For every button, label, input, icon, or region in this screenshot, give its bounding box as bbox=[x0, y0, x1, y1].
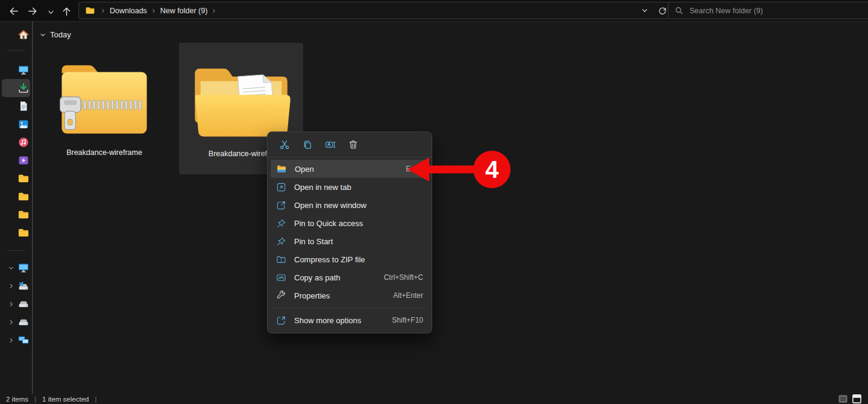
menu-item-open-new-window[interactable]: Open in new window bbox=[271, 196, 429, 214]
sidebar-item-music[interactable] bbox=[2, 133, 30, 151]
menu-item-label: Open in new tab bbox=[294, 183, 351, 192]
documents-icon bbox=[17, 100, 30, 112]
search-box bbox=[668, 2, 868, 19]
address-dropdown-chevron-icon[interactable] bbox=[640, 6, 649, 15]
sidebar-item-network[interactable] bbox=[2, 331, 30, 349]
tree-expand-chevron-icon[interactable] bbox=[7, 300, 14, 308]
menu-item-shortcut: Enter bbox=[406, 165, 423, 173]
rename-button[interactable] bbox=[321, 136, 340, 153]
sidebar-item-folder-1[interactable] bbox=[2, 169, 30, 188]
tree-collapse-chevron-icon[interactable] bbox=[7, 264, 14, 271]
folder-icon bbox=[17, 209, 30, 221]
address-bar[interactable]: DownloadsNew folder (9) bbox=[78, 2, 674, 19]
file-list-area: Today Breakdance-wireframeBreakdance-wir… bbox=[34, 22, 868, 394]
menu-item-label: Pin to Quick access bbox=[294, 219, 363, 228]
sidebar-item-folder-4[interactable] bbox=[2, 224, 30, 242]
large-icons-view-icon[interactable] bbox=[852, 394, 862, 404]
breadcrumb-folder-icon bbox=[85, 5, 95, 16]
more-options-icon bbox=[276, 315, 286, 326]
status-divider: | bbox=[95, 396, 96, 403]
folder-icon bbox=[17, 191, 30, 203]
context-menu-quick-actions bbox=[268, 132, 432, 157]
menu-item-show-more-options[interactable]: Show more optionsShift+F10 bbox=[271, 311, 429, 329]
sidebar-item-drive-3[interactable] bbox=[2, 313, 30, 331]
home-icon bbox=[17, 29, 30, 41]
menu-item-label: Properties bbox=[294, 291, 330, 300]
sidebar-item-pictures[interactable] bbox=[2, 115, 30, 133]
zip-folder-large-icon bbox=[52, 55, 156, 141]
cut-button[interactable] bbox=[275, 136, 294, 153]
items-count: 2 items bbox=[6, 396, 28, 403]
file-tile-label: Breakdance-wirefra bbox=[209, 150, 274, 158]
menu-item-shortcut: Ctrl+Shift+C bbox=[384, 273, 423, 282]
up-icon[interactable] bbox=[60, 5, 72, 17]
menu-item-open[interactable]: OpenEnter bbox=[271, 160, 429, 178]
sidebar-item-folder-3[interactable] bbox=[2, 206, 30, 224]
breadcrumb-item[interactable]: New folder (9) bbox=[158, 6, 210, 16]
delete-icon bbox=[348, 139, 359, 150]
sidebar-item-downloads[interactable] bbox=[2, 79, 30, 97]
this-pc-icon bbox=[17, 262, 30, 274]
downloads-icon bbox=[17, 82, 30, 94]
tree-expand-chevron-icon[interactable] bbox=[7, 318, 14, 326]
back-icon[interactable] bbox=[7, 5, 19, 17]
tree-expand-chevron-icon[interactable] bbox=[7, 336, 14, 344]
group-collapse-chevron-icon bbox=[39, 31, 46, 39]
group-label: Today bbox=[50, 30, 71, 39]
menu-item-properties[interactable]: PropertiesAlt+Enter bbox=[271, 286, 429, 305]
menu-item-open-new-tab[interactable]: Open in new tab bbox=[271, 178, 429, 196]
delete-button[interactable] bbox=[344, 136, 363, 153]
sidebar-item-desktop[interactable] bbox=[2, 61, 30, 79]
sidebar-item-documents[interactable] bbox=[2, 97, 30, 115]
breadcrumb: DownloadsNew folder (9) bbox=[107, 6, 218, 16]
network-icon bbox=[17, 334, 30, 346]
search-input[interactable] bbox=[688, 6, 868, 16]
zip-icon bbox=[276, 254, 286, 265]
navigation-pane bbox=[0, 22, 33, 394]
sidebar-item-drive-windows[interactable] bbox=[2, 277, 30, 295]
sidebar-item-drive-2[interactable] bbox=[2, 295, 30, 313]
tree-expand-chevron-icon[interactable] bbox=[7, 282, 14, 289]
menu-item-pin-quick-access[interactable]: Pin to Quick access bbox=[271, 214, 429, 232]
file-tile-1[interactable]: Breakdance-wireframe bbox=[51, 44, 157, 173]
sidebar-item-videos[interactable] bbox=[2, 151, 30, 169]
sidebar-item-home[interactable] bbox=[2, 26, 30, 44]
copy-button[interactable] bbox=[298, 136, 317, 153]
sidebar-item-this-pc[interactable] bbox=[2, 259, 30, 277]
videos-icon bbox=[17, 154, 30, 166]
file-tile-label: Breakdance-wireframe bbox=[66, 148, 142, 157]
wrench-icon bbox=[276, 291, 286, 301]
refresh-icon[interactable] bbox=[658, 6, 667, 16]
context-menu-separator bbox=[273, 308, 426, 308]
pin-icon bbox=[276, 236, 286, 247]
drive-icon bbox=[17, 316, 30, 328]
path-icon bbox=[276, 273, 286, 283]
menu-item-label: Compress to ZIP file bbox=[294, 255, 365, 264]
group-header-today[interactable]: Today bbox=[39, 30, 71, 39]
menu-item-compress-zip[interactable]: Compress to ZIP file bbox=[271, 250, 429, 268]
breadcrumb-item[interactable]: Downloads bbox=[107, 6, 149, 16]
selection-count: 1 item selected bbox=[42, 396, 89, 403]
desktop-icon bbox=[17, 64, 30, 76]
search-icon bbox=[675, 6, 684, 15]
breadcrumb-chevron-icon bbox=[100, 8, 106, 14]
menu-item-label: Open bbox=[295, 165, 314, 174]
folder-icon bbox=[17, 227, 30, 239]
menu-item-pin-start[interactable]: Pin to Start bbox=[271, 232, 429, 250]
sidebar-item-folder-2[interactable] bbox=[2, 188, 30, 206]
sidebar-divider bbox=[7, 250, 25, 251]
recent-locations-chevron-icon[interactable] bbox=[45, 6, 57, 18]
drive-icon bbox=[17, 298, 30, 310]
details-view-icon[interactable] bbox=[838, 394, 848, 404]
cut-icon bbox=[279, 139, 290, 150]
new-window-icon bbox=[276, 200, 286, 210]
pictures-icon bbox=[17, 118, 30, 130]
rename-icon bbox=[325, 139, 336, 150]
forward-icon[interactable] bbox=[27, 5, 39, 17]
menu-item-copy-as-path[interactable]: Copy as pathCtrl+Shift+C bbox=[271, 268, 429, 286]
menu-item-shortcut: Alt+Enter bbox=[393, 291, 423, 300]
breadcrumb-chevron-icon bbox=[211, 8, 217, 14]
sidebar-divider bbox=[7, 50, 25, 51]
drive-windows-icon bbox=[17, 280, 30, 292]
context-menu: OpenEnterOpen in new tabOpen in new wind… bbox=[267, 131, 432, 333]
